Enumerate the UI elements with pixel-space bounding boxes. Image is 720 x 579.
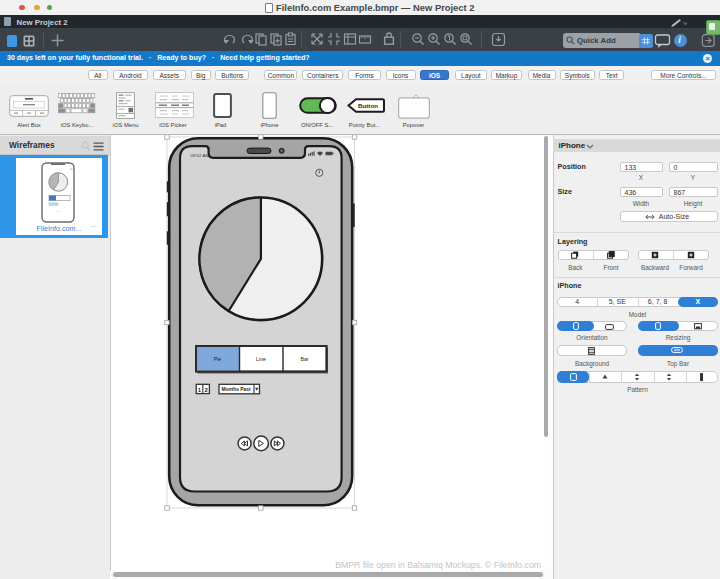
svg-text:Bar: Bar bbox=[300, 356, 308, 362]
svg-text:Line: Line bbox=[256, 356, 266, 362]
svg-text:⋯: ⋯ bbox=[56, 207, 61, 213]
svg-text:Button: Button bbox=[358, 102, 378, 109]
svg-text:Pie: Pie bbox=[214, 356, 222, 362]
svg-text:09:52 AM: 09:52 AM bbox=[191, 152, 210, 157]
svg-text:Months Past: Months Past bbox=[222, 387, 251, 392]
